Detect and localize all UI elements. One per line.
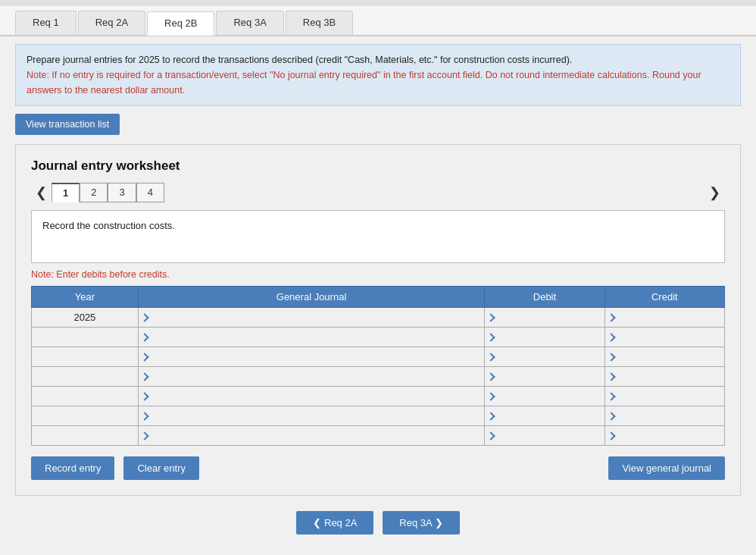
clear-entry-button[interactable]: Clear entry [123, 456, 199, 480]
entry-tab-3[interactable]: 3 [108, 183, 136, 202]
journal-input-6[interactable] [139, 426, 485, 445]
tab-req2a[interactable]: Req 2A [78, 11, 145, 35]
col-header-debit: Debit [485, 287, 604, 308]
journal-input-5[interactable] [139, 406, 485, 425]
table-row-credit-4[interactable] [604, 387, 724, 406]
table-row-journal-3[interactable] [138, 367, 485, 387]
entry-tab-2[interactable]: 2 [80, 183, 108, 202]
table-row-credit-0[interactable] [604, 308, 724, 328]
view-general-journal-button[interactable]: View general journal [608, 456, 725, 480]
credit-input-0[interactable] [605, 308, 724, 327]
table-row-debit-1[interactable] [485, 328, 604, 347]
journal-input-1[interactable] [139, 328, 485, 346]
col-header-credit: Credit [604, 287, 724, 308]
table-row-journal-5[interactable] [138, 406, 485, 426]
debit-input-2[interactable] [485, 347, 604, 366]
info-red-text: Note: If no entry is required for a tran… [27, 70, 701, 96]
entry-tab-4[interactable]: 4 [136, 183, 164, 202]
description-box: Record the construction costs. [31, 210, 725, 263]
table-row-debit-4[interactable] [485, 387, 604, 406]
table-row-journal-4[interactable] [138, 387, 485, 406]
entry-tab-next-button[interactable]: ❯ [704, 183, 725, 202]
nav-next-button[interactable]: Req 3A ❯ [383, 511, 459, 535]
debit-input-4[interactable] [485, 387, 604, 406]
table-row-year-2 [32, 347, 139, 367]
debit-input-6[interactable] [485, 426, 604, 445]
entry-tabs: 1 2 3 4 [52, 183, 164, 202]
credit-input-5[interactable] [605, 406, 724, 425]
table-row-journal-0[interactable] [138, 308, 485, 328]
table-row-debit-5[interactable] [485, 406, 604, 426]
entry-tabs-row: ❮ 1 2 3 4 ❯ [31, 183, 725, 202]
credit-input-6[interactable] [605, 426, 724, 445]
bottom-nav: ❮ Req 2A Req 3A ❯ [0, 511, 756, 535]
credit-input-1[interactable] [605, 328, 724, 346]
journal-table: Year General Journal Debit Credit 2025 [31, 286, 725, 446]
credit-input-2[interactable] [605, 347, 724, 366]
action-buttons: Record entry Clear entry View general jo… [31, 456, 725, 480]
debits-note: Note: Enter debits before credits. [31, 269, 725, 280]
debit-input-5[interactable] [485, 406, 604, 425]
table-row-debit-6[interactable] [485, 426, 604, 446]
table-row-credit-2[interactable] [604, 347, 724, 367]
table-row-debit-2[interactable] [485, 347, 604, 367]
tab-req3b[interactable]: Req 3B [286, 11, 353, 35]
table-row-year-1 [32, 328, 139, 347]
info-box: Prepare journal entries for 2025 to reco… [15, 44, 741, 106]
journal-input-4[interactable] [139, 387, 485, 406]
tab-req2b[interactable]: Req 2B [147, 11, 214, 36]
table-row-year-4 [32, 387, 139, 406]
table-row-credit-3[interactable] [604, 367, 724, 387]
table-row-year-6 [32, 426, 139, 446]
table-row-year-3 [32, 367, 139, 387]
table-row-debit-0[interactable] [485, 308, 604, 328]
table-row-journal-6[interactable] [138, 426, 485, 446]
table-row-credit-1[interactable] [604, 328, 724, 347]
table-row-year-0: 2025 [32, 308, 139, 328]
journal-input-2[interactable] [139, 347, 485, 366]
top-bar [0, 0, 756, 6]
table-row-credit-5[interactable] [604, 406, 724, 426]
credit-input-3[interactable] [605, 367, 724, 386]
view-transaction-button[interactable]: View transaction list [15, 114, 120, 135]
table-row-year-5 [32, 406, 139, 426]
record-entry-button[interactable]: Record entry [31, 456, 114, 480]
nav-prev-button[interactable]: ❮ Req 2A [296, 511, 373, 535]
table-row-debit-3[interactable] [485, 367, 604, 387]
main-tabs-bar: Req 1 Req 2A Req 2B Req 3A Req 3B [0, 6, 756, 36]
col-header-year: Year [32, 287, 139, 308]
table-row-journal-1[interactable] [138, 328, 485, 347]
tab-req1[interactable]: Req 1 [15, 11, 77, 35]
col-header-general-journal: General Journal [138, 287, 485, 308]
table-row-journal-2[interactable] [138, 347, 485, 367]
entry-tab-prev-button[interactable]: ❮ [31, 183, 52, 202]
worksheet-title: Journal entry worksheet [31, 158, 725, 174]
view-btn-container: View transaction list [15, 114, 741, 135]
worksheet-container: Journal entry worksheet ❮ 1 2 3 4 ❯ Reco… [15, 144, 741, 496]
table-row-credit-6[interactable] [604, 426, 724, 446]
journal-input-3[interactable] [139, 367, 485, 386]
entry-tab-1[interactable]: 1 [52, 183, 80, 202]
journal-input-0[interactable] [139, 308, 485, 327]
debit-input-3[interactable] [485, 367, 604, 386]
debit-input-0[interactable] [485, 308, 604, 327]
info-main-text: Prepare journal entries for 2025 to reco… [27, 55, 572, 65]
tab-req3a[interactable]: Req 3A [216, 11, 283, 35]
credit-input-4[interactable] [605, 387, 724, 406]
debit-input-1[interactable] [485, 328, 604, 346]
